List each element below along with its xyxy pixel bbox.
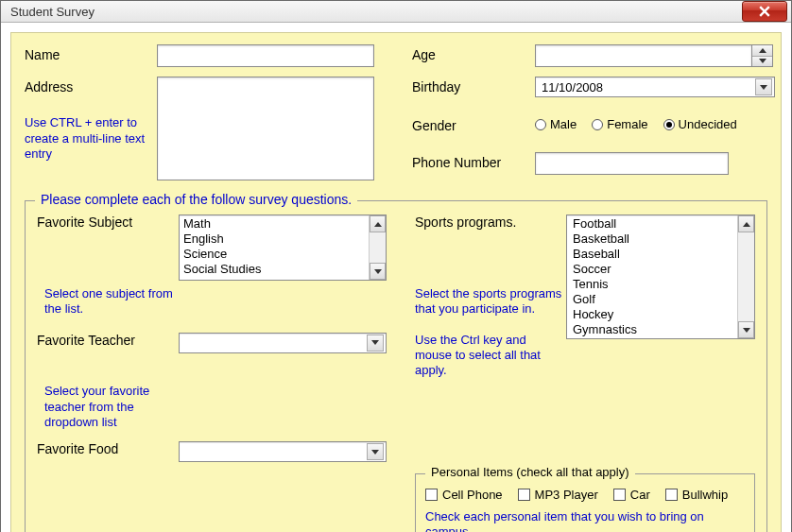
gender-female-radio[interactable]: Female [592, 117, 647, 131]
list-item[interactable]: Math [183, 216, 365, 232]
chk-mp3[interactable]: MP3 Player [518, 488, 598, 502]
chevron-down-icon [371, 340, 379, 345]
close-icon [759, 6, 770, 17]
spinner-up[interactable] [752, 45, 772, 57]
client-area: Name Age Address Birthday [1, 23, 791, 532]
sports-items: Football Basketball Baseball Soccer Tenn… [567, 215, 737, 338]
fav-teacher-hint: Select your favorite teacher from the dr… [37, 384, 179, 430]
address-label: Address [25, 77, 157, 94]
checkbox-icon [518, 489, 530, 501]
list-item[interactable]: Golf [573, 292, 732, 307]
fav-food-label: Favorite Food [37, 436, 179, 462]
scroll-down[interactable] [738, 321, 754, 338]
fav-teacher-combo[interactable] [179, 333, 387, 353]
chk-car[interactable]: Car [613, 488, 650, 502]
list-item[interactable]: Tennis [573, 277, 732, 292]
window-title: Student Survey [10, 5, 742, 19]
chevron-up-icon [743, 222, 750, 227]
gender-male-radio[interactable]: Male [535, 117, 577, 131]
checkbox-icon [613, 489, 626, 501]
sports-listbox[interactable]: Football Basketball Baseball Soccer Tenn… [566, 215, 755, 339]
scroll-track[interactable] [738, 232, 754, 321]
chevron-down-icon [743, 328, 750, 333]
scroll-up[interactable] [738, 215, 754, 232]
list-item[interactable]: Soccer [573, 262, 732, 277]
radio-icon [663, 119, 675, 130]
radio-icon [592, 119, 603, 130]
top-grid: Name Age Address Birthday [25, 44, 767, 183]
fav-subject-label: Favorite Subject [37, 215, 179, 281]
sports-hint1: Select the sports programs that you part… [415, 286, 566, 317]
subject-scrollbar[interactable] [369, 215, 386, 280]
checkbox-icon [665, 489, 678, 501]
list-item[interactable]: Football [573, 216, 732, 232]
spinner-down[interactable] [752, 57, 772, 67]
checkbox-icon [425, 489, 438, 501]
chk-bullwhip[interactable]: Bullwhip [665, 488, 728, 502]
list-item[interactable]: Science [183, 247, 365, 262]
gender-radios: Male Female Undecided [535, 115, 775, 131]
age-label: Age [412, 44, 535, 62]
chevron-down-icon [760, 85, 767, 90]
personal-items-hint: Check each personal item that you wish t… [425, 509, 745, 532]
subject-items: Math English Science Social Studies [180, 215, 369, 280]
phone-input[interactable] [535, 152, 729, 175]
fav-subject-hint: Select one subject from the list. [37, 286, 179, 317]
chevron-down-icon [374, 269, 382, 274]
name-input[interactable] [157, 44, 374, 67]
scroll-up[interactable] [370, 215, 386, 232]
titlebar: Student Survey [1, 1, 791, 23]
age-input[interactable] [535, 44, 752, 67]
teacher-dropdown-button[interactable] [367, 335, 384, 352]
chevron-up-icon [759, 48, 766, 53]
chevron-down-icon [371, 450, 379, 455]
list-item[interactable]: Gymnastics [573, 322, 732, 337]
sports-label: Sports programs. [415, 215, 566, 281]
close-button[interactable] [742, 1, 787, 22]
phone-label: Phone Number [412, 152, 535, 170]
fav-subject-listbox[interactable]: Math English Science Social Studies [179, 215, 387, 281]
chk-cellphone[interactable]: Cell Phone [425, 488, 503, 502]
sports-scrollbar[interactable] [737, 215, 754, 338]
dialog-window: Student Survey Name Age Ad [0, 0, 792, 532]
list-item[interactable]: English [183, 232, 365, 247]
personal-items-legend: Personal Items (check all that apply) [425, 465, 635, 479]
birthday-picker[interactable]: 11/10/2008 [535, 77, 775, 97]
radio-icon [535, 119, 546, 130]
birthday-value: 11/10/2008 [542, 80, 755, 94]
sports-hint2: Use the Ctrl key and mouse to select all… [415, 323, 566, 379]
survey-legend: Please complete each of the follow surve… [35, 192, 357, 207]
address-hint: Use CTRL + enter to create a multi-line … [25, 115, 157, 162]
list-item[interactable]: Social Studies [183, 262, 365, 277]
survey-grid: Favorite Subject Math English Science So… [37, 215, 755, 532]
gender-undecided-radio[interactable]: Undecided [663, 117, 737, 131]
list-item[interactable]: Basketball [573, 232, 732, 247]
gender-label: Gender [412, 115, 535, 133]
list-item[interactable]: Hockey [573, 307, 732, 322]
birthday-label: Birthday [412, 77, 535, 94]
age-spinner[interactable] [752, 44, 773, 67]
address-input[interactable] [157, 77, 374, 180]
chevron-down-icon [759, 59, 766, 63]
survey-groupbox: Please complete each of the follow surve… [25, 200, 767, 532]
list-item[interactable]: Baseball [573, 247, 732, 262]
form-panel: Name Age Address Birthday [10, 32, 782, 532]
scroll-track[interactable] [370, 232, 386, 263]
birthday-dropdown-button[interactable] [755, 78, 772, 95]
chevron-up-icon [374, 222, 382, 227]
scroll-down[interactable] [370, 263, 386, 280]
food-dropdown-button[interactable] [367, 443, 384, 460]
personal-items-groupbox: Personal Items (check all that apply) Ce… [415, 473, 755, 532]
fav-teacher-label: Favorite Teacher [37, 323, 179, 379]
name-label: Name [25, 44, 157, 62]
fav-food-combo[interactable] [179, 441, 387, 462]
